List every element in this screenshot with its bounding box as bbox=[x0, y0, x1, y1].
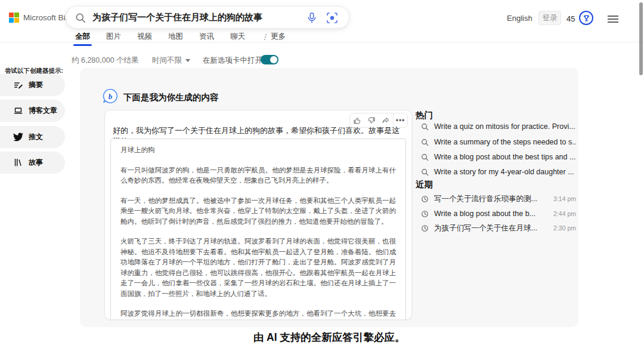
history-clock-icon bbox=[421, 224, 429, 232]
microsoft-bing-logo[interactable]: Microsoft Bing bbox=[9, 13, 75, 23]
tab-images[interactable]: 图片 bbox=[106, 32, 121, 49]
creator-prompt-blog[interactable]: 博客文章 bbox=[0, 100, 65, 122]
creator-prompt-story[interactable]: 故事 bbox=[0, 152, 65, 174]
tab-videos[interactable]: 视频 bbox=[137, 32, 152, 49]
recent-item-text: 为孩子们写一个关于住在月球... bbox=[434, 223, 537, 233]
tab-more-label: 更多 bbox=[271, 32, 286, 42]
bing-ai-tagline: 由 AI 支持的全新应答引擎必应。 bbox=[80, 330, 578, 344]
recent-item-time: 2:30 pm bbox=[553, 224, 576, 232]
creator-prompt-label: 推文 bbox=[29, 132, 43, 142]
recent-history-item[interactable]: 写一个关于流行音乐琐事的测... 3:14 pm bbox=[421, 192, 576, 206]
story-paragraph: 有一只叫做阿波罗的狗，他是一只勇敢的宇航员。他的梦想是去月球探险，看看月球上有什… bbox=[120, 165, 396, 186]
hot-suggestion[interactable]: Write a quiz on mitosis for practice. Pr… bbox=[421, 119, 576, 134]
search-icon bbox=[421, 153, 429, 161]
creator-prompt-tweet[interactable]: 推文 bbox=[0, 126, 65, 148]
compose-icon bbox=[13, 80, 23, 90]
search-icon bbox=[421, 168, 429, 176]
search-input[interactable] bbox=[92, 7, 289, 28]
rewards-points: 45 bbox=[566, 14, 575, 23]
bing-chat-icon: b bbox=[102, 88, 119, 104]
recent-item-time: 3:14 pm bbox=[553, 195, 576, 202]
search-icon bbox=[421, 138, 429, 146]
tab-chat[interactable]: 聊天 bbox=[230, 32, 245, 49]
hot-suggestion-text: Write a quiz on mitosis for practice. Pr… bbox=[434, 122, 575, 131]
rewards-trophy-icon[interactable] bbox=[579, 11, 593, 25]
bing-serp-page: Microsoft Bing English 登录 45 全部 图片 视频 地图… bbox=[0, 0, 644, 345]
signin-button[interactable]: 登录 bbox=[538, 11, 561, 25]
history-clock-icon bbox=[421, 210, 429, 218]
chevron-down-icon bbox=[185, 59, 190, 62]
creator-prompt-label: 博客文章 bbox=[29, 106, 57, 116]
recent-item-time: 2:44 pm bbox=[553, 210, 576, 217]
story-paragraph: 火箭飞了三天，终于到达了月球的轨道。阿波罗看到了月球的表面，他觉得它很美丽，也很… bbox=[120, 236, 396, 299]
visual-search-icon[interactable] bbox=[326, 12, 338, 24]
story-paragraph: 阿波罗觉得月球上的一切都很新奇，他想要探索更多的地方，他看到了一个大坑，他想要去… bbox=[120, 309, 396, 320]
twitter-icon bbox=[13, 132, 23, 142]
microphone-icon[interactable] bbox=[306, 12, 318, 24]
hot-suggestion-text: Write a blog post about the best tips an… bbox=[434, 153, 575, 161]
hot-suggestion[interactable]: Write a blog post about the best tips an… bbox=[421, 150, 576, 164]
time-filter-dropdown[interactable]: 时间不限 bbox=[152, 56, 190, 66]
creator-prompt-summary[interactable]: 摘要 bbox=[0, 74, 65, 96]
hot-suggestion-text: Write a story for my 4-year-old daughter… bbox=[434, 168, 574, 176]
tab-maps[interactable]: 地图 bbox=[168, 32, 183, 49]
story-paragraph: 有一天，他的梦想成真了。他被选中了参加一次月球任务，他要和其他三个人类宇航员一起… bbox=[120, 196, 396, 227]
creator-prompt-label: 摘要 bbox=[29, 80, 43, 90]
creator-prompt-label: 故事 bbox=[29, 158, 43, 168]
more-dots-icon bbox=[261, 33, 268, 41]
search-icon bbox=[421, 123, 429, 131]
history-clock-icon bbox=[421, 195, 429, 203]
hot-suggestion-text: Write a summary of the steps needed to s… bbox=[434, 138, 576, 146]
recent-section-title: 近期 bbox=[416, 179, 433, 190]
time-filter-label: 时间不限 bbox=[152, 56, 182, 66]
story-text-box: 月球上的狗 有一只叫做阿波罗的狗，他是一只勇敢的宇航员。他的梦想是去月球探险，看… bbox=[110, 138, 406, 320]
hamburger-menu-icon[interactable] bbox=[608, 16, 618, 24]
recent-item-text: 写一个关于流行音乐琐事的测... bbox=[434, 194, 537, 204]
recent-history-item[interactable]: Write a blog post about the b... 2:44 pm bbox=[421, 207, 576, 221]
svg-text:b: b bbox=[109, 92, 113, 101]
laptop-icon bbox=[13, 106, 23, 116]
generated-content-card: ••• 好的，我为你写了一个关于住在月球上的狗的故事，希望你和孩子们喜欢。故事是… bbox=[104, 110, 412, 320]
hot-suggestion[interactable]: Write a story for my 4-year-old daughter… bbox=[421, 165, 576, 179]
story-title: 月球上的狗 bbox=[120, 145, 396, 156]
language-selector[interactable]: English bbox=[507, 14, 532, 23]
recent-history-item[interactable]: 为孩子们写一个关于住在月球... 2:30 pm bbox=[421, 221, 576, 235]
microsoft-logo-icon bbox=[9, 13, 19, 23]
search-box[interactable] bbox=[66, 6, 349, 29]
tab-more[interactable]: 更多 bbox=[261, 32, 286, 49]
tab-news[interactable]: 资讯 bbox=[199, 32, 214, 49]
search-tabs: 全部 图片 视频 地图 资讯 聊天 更多 bbox=[75, 32, 286, 49]
results-count: 约 6,280,000 个结果 bbox=[72, 56, 139, 66]
tab-all[interactable]: 全部 bbox=[75, 32, 90, 49]
recent-item-text: Write a blog post about the b... bbox=[434, 210, 535, 218]
books-icon bbox=[13, 158, 23, 168]
tabs-divider bbox=[0, 42, 644, 42]
hot-suggestion[interactable]: Write a summary of the steps needed to s… bbox=[421, 135, 576, 149]
ai-generated-header: 下面是我为你生成的内容 bbox=[123, 92, 219, 103]
scrollbar-thumb[interactable] bbox=[639, 2, 643, 75]
open-links-toggle[interactable] bbox=[261, 55, 278, 64]
search-icon bbox=[75, 13, 86, 23]
